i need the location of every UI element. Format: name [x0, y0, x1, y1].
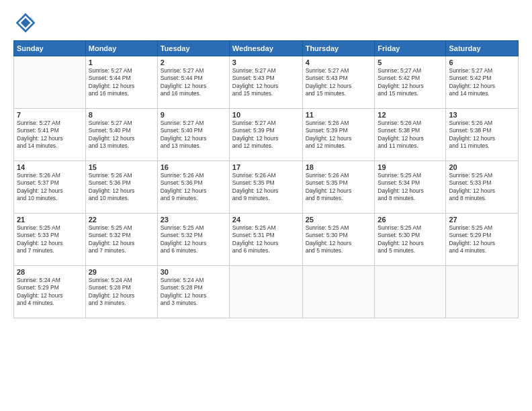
calendar-cell: 7Sunrise: 5:27 AM Sunset: 5:41 PM Daylig… — [14, 109, 86, 161]
day-number: 25 — [306, 216, 372, 224]
day-number: 12 — [378, 111, 443, 119]
calendar-cell: 3Sunrise: 5:27 AM Sunset: 5:43 PM Daylig… — [229, 56, 302, 109]
day-number: 21 — [17, 216, 83, 224]
calendar-cell: 26Sunrise: 5:25 AM Sunset: 5:30 PM Dayli… — [375, 214, 446, 266]
day-number: 22 — [89, 216, 154, 224]
calendar-cell: 13Sunrise: 5:26 AM Sunset: 5:38 PM Dayli… — [446, 109, 519, 161]
day-info: Sunrise: 5:27 AM Sunset: 5:41 PM Dayligh… — [17, 120, 83, 150]
calendar-cell: 15Sunrise: 5:26 AM Sunset: 5:36 PM Dayli… — [85, 161, 157, 214]
calendar-cell: 17Sunrise: 5:26 AM Sunset: 5:35 PM Dayli… — [229, 161, 302, 214]
weekday-header: Friday — [375, 41, 446, 56]
calendar-cell: 29Sunrise: 5:24 AM Sunset: 5:28 PM Dayli… — [85, 266, 157, 318]
calendar-cell: 18Sunrise: 5:26 AM Sunset: 5:35 PM Dayli… — [302, 161, 375, 214]
weekday-header: Sunday — [14, 41, 86, 56]
day-info: Sunrise: 5:26 AM Sunset: 5:35 PM Dayligh… — [232, 172, 300, 203]
calendar-week: 7Sunrise: 5:27 AM Sunset: 5:41 PM Daylig… — [14, 109, 519, 161]
day-info: Sunrise: 5:25 AM Sunset: 5:31 PM Dayligh… — [232, 224, 300, 255]
day-number: 15 — [89, 163, 154, 171]
calendar-body: 1Sunrise: 5:27 AM Sunset: 5:44 PM Daylig… — [14, 56, 519, 318]
day-info: Sunrise: 5:27 AM Sunset: 5:44 PM Dayligh… — [89, 67, 154, 98]
day-info: Sunrise: 5:26 AM Sunset: 5:38 PM Dayligh… — [449, 120, 515, 150]
logo — [13, 11, 40, 35]
day-number: 28 — [17, 268, 83, 276]
day-info: Sunrise: 5:25 AM Sunset: 5:33 PM Dayligh… — [17, 224, 83, 255]
calendar-cell: 20Sunrise: 5:25 AM Sunset: 5:33 PM Dayli… — [446, 161, 519, 214]
day-info: Sunrise: 5:25 AM Sunset: 5:33 PM Dayligh… — [449, 172, 515, 203]
day-info: Sunrise: 5:27 AM Sunset: 5:40 PM Dayligh… — [89, 120, 154, 150]
day-number: 30 — [161, 268, 226, 276]
calendar-cell — [14, 56, 86, 109]
weekday-header: Wednesday — [229, 41, 302, 56]
day-info: Sunrise: 5:25 AM Sunset: 5:30 PM Dayligh… — [378, 224, 443, 255]
day-number: 26 — [378, 216, 443, 224]
page: SundayMondayTuesdayWednesdayThursdayFrid… — [0, 0, 532, 411]
day-info: Sunrise: 5:24 AM Sunset: 5:28 PM Dayligh… — [89, 277, 154, 308]
day-info: Sunrise: 5:27 AM Sunset: 5:42 PM Dayligh… — [378, 67, 443, 98]
day-number: 11 — [306, 111, 372, 119]
calendar-header: SundayMondayTuesdayWednesdayThursdayFrid… — [14, 41, 519, 56]
day-info: Sunrise: 5:25 AM Sunset: 5:29 PM Dayligh… — [449, 224, 515, 255]
weekday-header: Thursday — [302, 41, 375, 56]
day-info: Sunrise: 5:25 AM Sunset: 5:34 PM Dayligh… — [378, 172, 443, 203]
day-number: 5 — [378, 58, 443, 66]
day-number: 10 — [232, 111, 300, 119]
day-info: Sunrise: 5:26 AM Sunset: 5:36 PM Dayligh… — [161, 172, 226, 203]
day-number: 4 — [306, 58, 372, 66]
day-info: Sunrise: 5:26 AM Sunset: 5:37 PM Dayligh… — [17, 172, 83, 203]
calendar-cell: 11Sunrise: 5:26 AM Sunset: 5:39 PM Dayli… — [302, 109, 375, 161]
calendar-cell: 25Sunrise: 5:25 AM Sunset: 5:30 PM Dayli… — [302, 214, 375, 266]
calendar-cell: 9Sunrise: 5:27 AM Sunset: 5:40 PM Daylig… — [157, 109, 229, 161]
calendar-cell — [446, 266, 519, 318]
calendar-week: 1Sunrise: 5:27 AM Sunset: 5:44 PM Daylig… — [14, 56, 519, 109]
weekday-header: Monday — [85, 41, 157, 56]
calendar-cell: 24Sunrise: 5:25 AM Sunset: 5:31 PM Dayli… — [229, 214, 302, 266]
calendar: SundayMondayTuesdayWednesdayThursdayFrid… — [13, 40, 519, 318]
weekday-header: Tuesday — [157, 41, 229, 56]
calendar-cell: 2Sunrise: 5:27 AM Sunset: 5:44 PM Daylig… — [157, 56, 229, 109]
calendar-cell: 21Sunrise: 5:25 AM Sunset: 5:33 PM Dayli… — [14, 214, 86, 266]
calendar-week: 21Sunrise: 5:25 AM Sunset: 5:33 PM Dayli… — [14, 214, 519, 266]
day-info: Sunrise: 5:25 AM Sunset: 5:30 PM Dayligh… — [306, 224, 372, 255]
day-info: Sunrise: 5:27 AM Sunset: 5:43 PM Dayligh… — [306, 67, 372, 98]
calendar-cell: 5Sunrise: 5:27 AM Sunset: 5:42 PM Daylig… — [375, 56, 446, 109]
day-info: Sunrise: 5:25 AM Sunset: 5:32 PM Dayligh… — [89, 224, 154, 255]
calendar-cell: 8Sunrise: 5:27 AM Sunset: 5:40 PM Daylig… — [85, 109, 157, 161]
weekday-row: SundayMondayTuesdayWednesdayThursdayFrid… — [14, 41, 519, 56]
calendar-cell — [229, 266, 302, 318]
day-info: Sunrise: 5:27 AM Sunset: 5:40 PM Dayligh… — [161, 120, 226, 150]
calendar-cell: 23Sunrise: 5:25 AM Sunset: 5:32 PM Dayli… — [157, 214, 229, 266]
day-number: 29 — [89, 268, 154, 276]
day-number: 3 — [232, 58, 300, 66]
day-info: Sunrise: 5:24 AM Sunset: 5:28 PM Dayligh… — [161, 277, 226, 308]
day-number: 1 — [89, 58, 154, 66]
calendar-week: 28Sunrise: 5:24 AM Sunset: 5:29 PM Dayli… — [14, 266, 519, 318]
calendar-cell: 14Sunrise: 5:26 AM Sunset: 5:37 PM Dayli… — [14, 161, 86, 214]
calendar-cell: 30Sunrise: 5:24 AM Sunset: 5:28 PM Dayli… — [157, 266, 229, 318]
day-info: Sunrise: 5:27 AM Sunset: 5:39 PM Dayligh… — [232, 120, 300, 150]
day-number: 14 — [17, 163, 83, 171]
day-number: 19 — [378, 163, 443, 171]
calendar-cell: 16Sunrise: 5:26 AM Sunset: 5:36 PM Dayli… — [157, 161, 229, 214]
day-number: 8 — [89, 111, 154, 119]
weekday-header: Saturday — [446, 41, 519, 56]
day-number: 16 — [161, 163, 226, 171]
day-number: 9 — [161, 111, 226, 119]
logo-icon — [13, 11, 38, 35]
calendar-cell: 10Sunrise: 5:27 AM Sunset: 5:39 PM Dayli… — [229, 109, 302, 161]
calendar-cell: 27Sunrise: 5:25 AM Sunset: 5:29 PM Dayli… — [446, 214, 519, 266]
day-info: Sunrise: 5:27 AM Sunset: 5:44 PM Dayligh… — [161, 67, 226, 98]
calendar-cell — [302, 266, 375, 318]
calendar-cell: 12Sunrise: 5:26 AM Sunset: 5:38 PM Dayli… — [375, 109, 446, 161]
day-number: 27 — [449, 216, 515, 224]
day-number: 13 — [449, 111, 515, 119]
day-number: 23 — [161, 216, 226, 224]
calendar-cell: 19Sunrise: 5:25 AM Sunset: 5:34 PM Dayli… — [375, 161, 446, 214]
calendar-cell: 4Sunrise: 5:27 AM Sunset: 5:43 PM Daylig… — [302, 56, 375, 109]
calendar-cell: 1Sunrise: 5:27 AM Sunset: 5:44 PM Daylig… — [85, 56, 157, 109]
day-number: 20 — [449, 163, 515, 171]
day-info: Sunrise: 5:25 AM Sunset: 5:32 PM Dayligh… — [161, 224, 226, 255]
calendar-cell: 6Sunrise: 5:27 AM Sunset: 5:42 PM Daylig… — [446, 56, 519, 109]
day-number: 24 — [232, 216, 300, 224]
day-info: Sunrise: 5:27 AM Sunset: 5:43 PM Dayligh… — [232, 67, 300, 98]
day-number: 7 — [17, 111, 83, 119]
